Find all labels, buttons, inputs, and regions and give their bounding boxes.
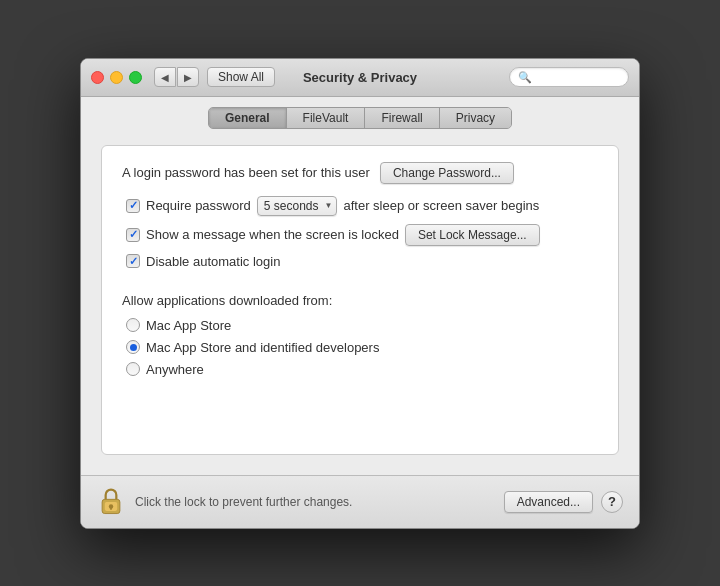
after-sleep-text: after sleep or screen saver begins	[343, 198, 539, 213]
radio-mac-app-store-identified-row: Mac App Store and identified developers	[122, 340, 598, 355]
show-all-button[interactable]: Show All	[207, 67, 275, 87]
radio-anywhere-label: Anywhere	[146, 362, 204, 377]
password-time-dropdown[interactable]: 5 seconds	[257, 196, 338, 216]
login-password-text: A login password has been set for this u…	[122, 165, 370, 180]
require-password-checkbox[interactable]	[126, 199, 140, 213]
disable-login-checkbox[interactable]	[126, 254, 140, 268]
section-divider	[122, 277, 598, 293]
back-button[interactable]: ◀	[154, 67, 176, 87]
radio-anywhere-row: Anywhere	[122, 362, 598, 377]
search-icon: 🔍	[518, 71, 532, 84]
disable-login-row: Disable automatic login	[122, 254, 598, 269]
svg-rect-3	[110, 506, 112, 510]
change-password-button[interactable]: Change Password...	[380, 162, 514, 184]
radio-mac-app-store-identified-label: Mac App Store and identified developers	[146, 340, 379, 355]
require-password-label: Require password	[146, 198, 251, 213]
login-password-row: A login password has been set for this u…	[122, 162, 598, 184]
tab-firewall[interactable]: Firewall	[365, 108, 439, 128]
radio-mac-app-store-identified[interactable]	[126, 340, 140, 354]
show-message-label: Show a message when the screen is locked	[146, 227, 399, 242]
radio-mac-app-store-label: Mac App Store	[146, 318, 231, 333]
show-message-checkbox[interactable]	[126, 228, 140, 242]
radio-mac-app-store-row: Mac App Store	[122, 318, 598, 333]
titlebar: ◀ ▶ Show All Security & Privacy 🔍	[81, 59, 639, 97]
tabs-container: General FileVault Firewall Privacy	[101, 107, 619, 129]
radio-mac-app-store[interactable]	[126, 318, 140, 332]
search-box[interactable]: 🔍	[509, 67, 629, 87]
tab-general[interactable]: General	[209, 108, 287, 128]
tab-privacy[interactable]: Privacy	[440, 108, 511, 128]
show-message-row: Show a message when the screen is locked…	[122, 224, 598, 246]
general-panel: A login password has been set for this u…	[101, 145, 619, 455]
nav-buttons: ◀ ▶	[154, 67, 199, 87]
allow-heading: Allow applications downloaded from:	[122, 293, 598, 308]
radio-anywhere[interactable]	[126, 362, 140, 376]
minimize-button[interactable]	[110, 71, 123, 84]
disable-login-label: Disable automatic login	[146, 254, 280, 269]
content-area: General FileVault Firewall Privacy A log…	[81, 97, 639, 475]
maximize-button[interactable]	[129, 71, 142, 84]
advanced-button[interactable]: Advanced...	[504, 491, 593, 513]
tab-filevault[interactable]: FileVault	[287, 108, 366, 128]
set-lock-message-button[interactable]: Set Lock Message...	[405, 224, 540, 246]
close-button[interactable]	[91, 71, 104, 84]
lock-status-text: Click the lock to prevent further change…	[135, 495, 504, 509]
help-button[interactable]: ?	[601, 491, 623, 513]
main-window: ◀ ▶ Show All Security & Privacy 🔍 Genera…	[80, 58, 640, 529]
traffic-lights	[91, 71, 142, 84]
lock-icon[interactable]	[97, 486, 125, 518]
require-password-row: Require password 5 seconds after sleep o…	[122, 196, 598, 216]
window-title: Security & Privacy	[303, 70, 417, 85]
forward-button[interactable]: ▶	[177, 67, 199, 87]
bottom-bar: Click the lock to prevent further change…	[81, 475, 639, 528]
tab-bar: General FileVault Firewall Privacy	[208, 107, 512, 129]
